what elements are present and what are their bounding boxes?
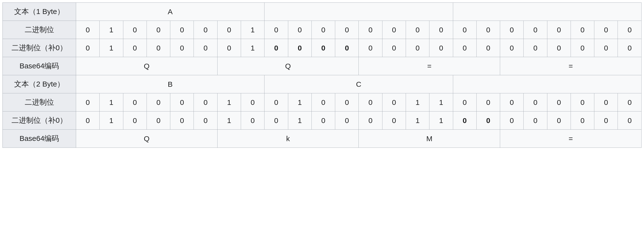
bit-cell: 0 [547,39,570,57]
bit-cell: 1 [288,111,312,130]
bit-cell: 1 [100,21,123,39]
bit-cell: 0 [123,93,146,111]
row-header-b64-1: Base64编码 [3,57,76,75]
bit-cell: 1 [241,39,264,57]
b64-cell: M [359,130,500,148]
b64-cell: Q [217,57,359,75]
bit-cell: 0 [170,111,194,130]
bit-cell: 0 [241,93,264,111]
table-row: Base64编码 Q k M = [3,130,642,148]
bit-cell-bold: 0 [312,39,335,57]
bit-cell-bold: 0 [264,39,288,57]
bit-cell: 0 [264,93,288,111]
bit-cell: 0 [335,21,359,39]
bit-cell: 0 [570,93,594,111]
cell-text-byte [264,3,453,21]
bit-cell: 0 [123,111,146,130]
row-header-bits2-pad: 二进制位（补0） [3,111,76,130]
bit-cell-bold: 0 [453,111,476,130]
bit-cell: 0 [146,93,170,111]
bit-cell: 0 [194,93,217,111]
bit-cell: 0 [476,93,500,111]
bit-cell: 0 [194,39,217,57]
bit-cell: 0 [453,93,476,111]
table-row: 二进制位（补0） 0 1 0 0 0 0 0 1 0 0 0 0 0 0 0 0… [3,39,642,57]
bit-cell: 0 [312,93,335,111]
cell-text-byte: C [264,75,453,93]
bit-cell: 0 [476,21,500,39]
bit-cell: 0 [547,21,570,39]
bit-cell: 0 [76,39,100,57]
bit-cell: 0 [547,93,570,111]
bit-cell: 1 [217,93,241,111]
bit-cell: 0 [264,21,288,39]
bit-cell: 0 [618,39,642,57]
bit-cell: 0 [146,39,170,57]
bit-cell: 0 [570,21,594,39]
bit-cell: 0 [312,21,335,39]
bit-cell: 0 [382,93,406,111]
bit-cell: 1 [100,39,123,57]
bit-cell: 0 [170,39,194,57]
table-row: 二进制位（补0） 0 1 0 0 0 0 1 0 0 1 0 0 0 0 1 1… [3,111,642,130]
bit-cell-bold: 0 [476,111,500,130]
bit-cell: 0 [524,93,547,111]
row-header-bits2: 二进制位 [3,93,76,111]
table-row: 二进制位 0 1 0 0 0 0 1 0 0 1 0 0 0 0 1 1 0 0… [3,93,642,111]
cell-text-byte: A [76,3,264,21]
bit-cell: 0 [76,21,100,39]
bit-cell: 0 [123,39,146,57]
bit-cell: 0 [570,39,594,57]
b64-cell: = [500,130,642,148]
bit-cell: 0 [170,21,194,39]
bit-cell: 0 [241,111,264,130]
bit-cell: 0 [382,21,406,39]
table-row: 文本（1 Byte） A [3,3,642,21]
bit-cell: 0 [264,111,288,130]
bit-cell: 0 [76,93,100,111]
row-header-text-2byte: 文本（2 Byte） [3,75,76,93]
cell-text-byte: B [76,75,264,93]
bit-cell: 0 [524,21,547,39]
bit-cell: 0 [146,111,170,130]
bit-cell: 0 [406,39,429,57]
bit-cell: 0 [430,39,453,57]
bit-cell: 0 [146,21,170,39]
bit-cell: 1 [430,93,453,111]
b64-cell: k [217,130,359,148]
b64-cell: Q [76,57,218,75]
bit-cell: 1 [430,111,453,130]
bit-cell: 1 [100,111,123,130]
bit-cell: 1 [288,93,312,111]
bit-cell: 0 [359,93,382,111]
bit-cell: 1 [217,111,241,130]
bit-cell: 0 [170,93,194,111]
row-header-bits1: 二进制位 [3,21,76,39]
bit-cell: 0 [76,111,100,130]
bit-cell: 1 [241,21,264,39]
bit-cell: 0 [430,21,453,39]
bit-cell: 0 [594,93,618,111]
bit-cell: 1 [100,93,123,111]
bit-cell: 0 [406,21,429,39]
bit-cell: 0 [194,21,217,39]
base64-encoding-table: 文本（1 Byte） A 二进制位 0 1 0 0 0 0 0 1 0 0 0 … [2,3,642,148]
bit-cell: 1 [406,111,429,130]
bit-cell: 0 [217,39,241,57]
bit-cell: 0 [453,39,476,57]
bit-cell: 0 [524,39,547,57]
cell-text-byte [453,3,642,21]
bit-cell: 0 [312,111,335,130]
bit-cell: 0 [288,21,312,39]
bit-cell: 0 [547,111,570,130]
bit-cell: 0 [594,39,618,57]
bit-cell: 0 [500,111,524,130]
bit-cell: 0 [382,39,406,57]
row-header-b64-2: Base64编码 [3,130,76,148]
bit-cell: 0 [217,21,241,39]
bit-cell: 0 [335,111,359,130]
row-header-bits1-pad: 二进制位（补0） [3,39,76,57]
bit-cell: 0 [594,21,618,39]
bit-cell: 0 [570,111,594,130]
b64-cell: = [500,57,642,75]
